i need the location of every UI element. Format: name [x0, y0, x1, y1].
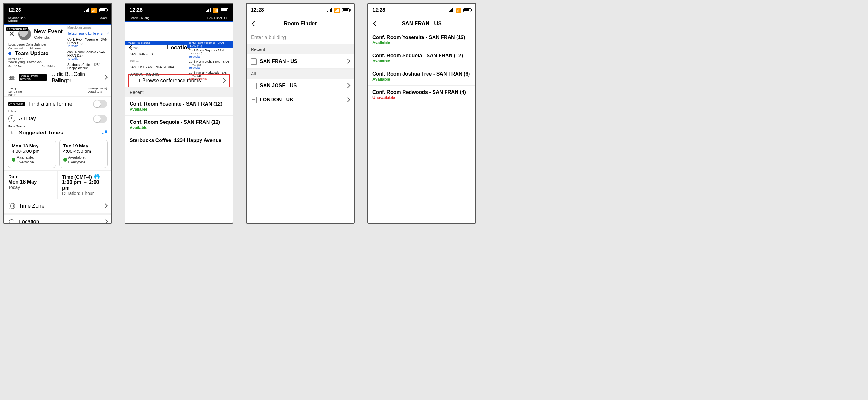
- battery-icon: [221, 8, 228, 12]
- room-status: Available: [372, 59, 471, 63]
- overlay-room1: Conf. Room Yosemite - SAN FRAN (12) Ters…: [66, 37, 111, 49]
- timezone-row[interactable]: Time Zone: [4, 199, 111, 212]
- room-row[interactable]: Conf. Room Sequoia - SAN FRAN (12)Availa…: [368, 49, 475, 67]
- signal-icon: [206, 8, 211, 12]
- suggested-card-2[interactable]: Tue 19 May 4:00-4:30 pm Available: Every…: [59, 139, 108, 168]
- recent-place-starbucks[interactable]: Starbucks Coffee: 1234 Happy Avenue: [125, 134, 233, 147]
- signal-icon: [327, 8, 332, 12]
- pin-icon: [8, 218, 16, 224]
- building-icon: [251, 97, 257, 103]
- room-row[interactable]: Conf. Room Redwoods - SAN FRAN (4)Unavai…: [368, 86, 475, 104]
- page-title: Room Finder: [247, 21, 354, 27]
- overlay-nav-labels: Kejadian Baru Kalender Lokasi: [4, 16, 111, 24]
- battery-icon: [342, 8, 350, 12]
- section-all: All: [247, 69, 354, 79]
- building-search-row[interactable]: [247, 31, 354, 44]
- time-block[interactable]: Time (GMT-4) 🌐 1:00 pm → 2:00 pm Duratio…: [58, 171, 111, 199]
- overlay-right-col: conf. Room Yosemite - SAN FRAN (12) Conf…: [187, 41, 233, 82]
- overlay-band-room: conf. Room Yosemite - SAN FRAN (12): [187, 41, 233, 48]
- room-status: Unavailable: [372, 95, 471, 100]
- overlay-left-sub: Kalender: [8, 20, 26, 22]
- status-icons: 📶: [206, 7, 228, 13]
- overlay-left-label: Penemu Ruang: [130, 16, 150, 20]
- location-body: Masuk ke gedung Terbaru SAN FRAN - US Se…: [125, 41, 233, 147]
- micro-loc: Lokasi: [8, 110, 17, 113]
- section-recent: Recent: [125, 87, 233, 97]
- clock-icon: [8, 115, 15, 122]
- overlay-left-col: Masuk ke gedung Terbaru SAN FRAN - US Se…: [125, 41, 188, 78]
- room-row[interactable]: Conf. Room Yosemite - SAN FRAN (12)Avail…: [368, 31, 475, 49]
- back-button[interactable]: [371, 19, 380, 28]
- room-row[interactable]: Conf. Room Joshua Tree - SAN FRAN (6)Ava…: [368, 67, 475, 86]
- overlay-band-enter: Masuk ke gedung: [125, 41, 188, 45]
- room-status: Available: [372, 77, 471, 81]
- room-title: Conf. Room Joshua Tree - SAN FRAN (6): [372, 71, 471, 77]
- overlay-badge: Pembaruan Tim: [6, 27, 28, 31]
- location-label: Location: [19, 219, 39, 224]
- phone-building-rooms: 12:28 📶 SAN FRAN - US Conf. Room Yosemit…: [367, 3, 476, 224]
- status-icons: 📶: [327, 7, 350, 13]
- micro-allday: Semua Hari: [8, 57, 23, 61]
- find-time-row[interactable]: Zona Waktu Find a time for me: [4, 96, 111, 111]
- rooms-icon: [133, 78, 138, 84]
- attendees-text: …dia B…Colin Ballinger: [52, 71, 100, 84]
- overlay-right-label: Lokasi: [99, 16, 107, 22]
- date-block[interactable]: Date Mon 18 May Today: [4, 171, 58, 199]
- all-day-row[interactable]: Lokasi Rapat Teams All Day: [4, 111, 111, 126]
- wifi-icon: 📶: [334, 7, 340, 13]
- building-search-input[interactable]: [251, 35, 350, 40]
- suggested-times-label: Suggested Times: [19, 130, 63, 136]
- recent-room-2[interactable]: Conf. Room Sequoia - SAN FRAN (12) Avail…: [125, 115, 233, 134]
- people-icon: [8, 74, 15, 81]
- overlay-right-label: SAN FRAN - US: [208, 16, 228, 20]
- recent-room-1[interactable]: Conf. Room Yosemite - SAN FRAN (12) Avai…: [125, 97, 233, 115]
- globe-icon: [8, 203, 15, 209]
- status-time: 12:28: [8, 7, 21, 13]
- phone-new-event: 12:28 📶 Kejadian Baru Kalender Lokasi Ma…: [3, 3, 112, 224]
- chevron-right-icon: [346, 59, 350, 64]
- event-name: Team Update: [15, 51, 49, 57]
- back-button[interactable]: [250, 19, 259, 28]
- status-icons: 📶: [449, 7, 471, 13]
- all-day-toggle[interactable]: [93, 114, 107, 123]
- battery-icon: [463, 8, 471, 12]
- signal-icon: [85, 8, 89, 12]
- status-time: 12:28: [372, 7, 385, 13]
- phone-room-finder: 12:28 📶 Room Finder Recent SAN FRAN - US…: [246, 3, 355, 224]
- find-time-toggle[interactable]: [93, 100, 107, 108]
- nav-header: Room Finder: [247, 16, 354, 31]
- all-day-label: All Day: [19, 115, 36, 122]
- globe-small-icon: 🌐: [94, 174, 100, 179]
- overlay-right-col: Masukkan tempat Telusuri ruang konferens…: [66, 25, 111, 71]
- battery-icon: [99, 8, 107, 12]
- chevron-right-icon: [346, 97, 350, 103]
- timezone-label: Time Zone: [19, 203, 44, 209]
- chevron-right-icon: [103, 75, 107, 80]
- overlay-left-label: Kejadian Baru: [8, 16, 26, 20]
- accent-divider: [125, 21, 233, 22]
- close-button[interactable]: ✕: [8, 30, 15, 38]
- chevron-right-icon: [346, 83, 350, 89]
- status-bar: 12:28 📶: [368, 4, 475, 16]
- wifi-icon: 📶: [91, 7, 97, 13]
- micro-find: Carikan waktu untuk saya: [8, 46, 41, 50]
- wifi-icon: 📶: [455, 7, 462, 13]
- building-row-all-2[interactable]: LONDON - UK: [247, 93, 354, 107]
- room-title: Conf. Room Yosemite - SAN FRAN (12): [372, 35, 471, 40]
- sliders-icon[interactable]: [102, 131, 107, 135]
- event-title-header: New Event: [34, 28, 63, 35]
- overlay-placeholder: Masukkan tempat: [66, 25, 111, 31]
- suggested-card-1[interactable]: Mon 18 May 4:30-5:00 pm Available: Every…: [7, 139, 56, 168]
- building-icon: [251, 82, 257, 89]
- signal-icon: [449, 8, 454, 12]
- status-bar: 12:28 📶: [4, 4, 111, 16]
- building-row-recent-1[interactable]: SAN FRAN - US: [247, 55, 354, 69]
- nav-header: SAN FRAN - US: [368, 16, 475, 31]
- overlay-room2: conf. Room Sequoia - SAN FRAN (12) Terse…: [66, 49, 111, 62]
- location-row[interactable]: Location: [4, 212, 111, 224]
- phone-location: 12:28 📶 Penemu Ruang SAN FRAN - US Masuk…: [125, 3, 233, 224]
- badge-timezone: Zona Waktu: [8, 102, 25, 106]
- section-recent: Recent: [247, 44, 354, 55]
- micro-dt-labels: Tanggal Sen 18 Mei Hari Ini Waktu (GMT-a…: [4, 87, 111, 96]
- building-row-all-1[interactable]: SAN JOSE - US: [247, 79, 354, 93]
